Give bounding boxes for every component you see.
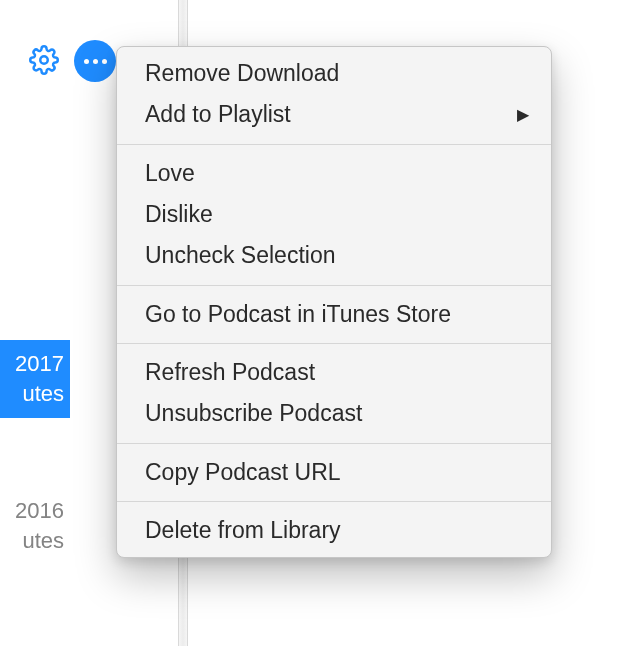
menu-item[interactable]: Remove Download (117, 53, 551, 94)
menu-item[interactable]: Love (117, 153, 551, 194)
menu-item[interactable]: Add to Playlist▶ (117, 94, 551, 135)
menu-item[interactable]: Unsubscribe Podcast (117, 393, 551, 434)
menu-item-label: Refresh Podcast (145, 356, 315, 389)
menu-item-label: Remove Download (145, 57, 339, 90)
menu-item-label: Add to Playlist (145, 98, 291, 131)
list-item-duration: utes (22, 379, 64, 409)
context-menu: Remove DownloadAdd to Playlist▶LoveDisli… (116, 46, 552, 558)
menu-separator (117, 501, 551, 502)
list-item-duration: utes (22, 526, 64, 556)
more-options-button[interactable] (74, 40, 116, 82)
menu-separator (117, 285, 551, 286)
menu-item[interactable]: Refresh Podcast (117, 352, 551, 393)
menu-item-label: Copy Podcast URL (145, 456, 341, 489)
menu-item[interactable]: Go to Podcast in iTunes Store (117, 294, 551, 335)
menu-separator (117, 343, 551, 344)
chevron-right-icon: ▶ (517, 103, 529, 126)
menu-item-label: Love (145, 157, 195, 190)
menu-item-label: Unsubscribe Podcast (145, 397, 362, 430)
menu-item-label: Delete from Library (145, 514, 341, 547)
menu-separator (117, 443, 551, 444)
menu-item-label: Dislike (145, 198, 213, 231)
list-item-selected[interactable]: 2017 utes (0, 340, 70, 418)
svg-point-0 (40, 56, 48, 64)
menu-item-label: Go to Podcast in iTunes Store (145, 298, 451, 331)
more-horizontal-icon (84, 59, 107, 64)
list-item-year: 2017 (15, 349, 64, 379)
menu-item-label: Uncheck Selection (145, 239, 336, 272)
settings-button[interactable] (26, 42, 62, 78)
menu-item[interactable]: Delete from Library (117, 510, 551, 551)
menu-item[interactable]: Copy Podcast URL (117, 452, 551, 493)
menu-item[interactable]: Dislike (117, 194, 551, 235)
gear-icon (29, 45, 59, 75)
list-item-year: 2016 (15, 496, 64, 526)
menu-item[interactable]: Uncheck Selection (117, 235, 551, 276)
list-item[interactable]: 2016 utes (0, 496, 70, 555)
menu-separator (117, 144, 551, 145)
